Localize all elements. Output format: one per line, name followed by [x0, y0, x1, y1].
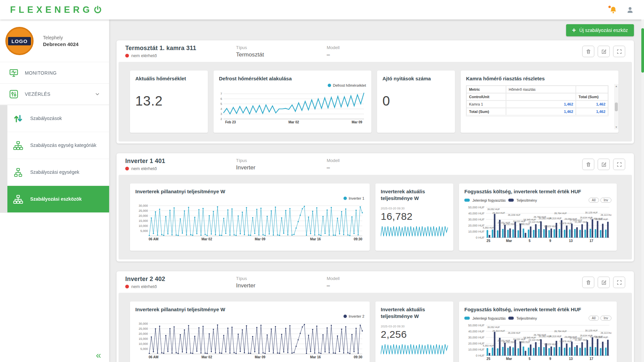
svg-text:09:30: 09:30	[354, 237, 363, 241]
notifications-icon[interactable]	[609, 6, 617, 14]
svg-text:0 HUF: 0 HUF	[476, 354, 485, 357]
door-openings-value: 0	[382, 93, 450, 109]
legend-dot	[343, 197, 347, 200]
svg-text:15,000: 15,000	[139, 219, 148, 223]
sidebar-item-szabalyozasok[interactable]: Szabályozások	[7, 105, 109, 132]
svg-text:3: 3	[221, 112, 222, 116]
edit-button[interactable]	[598, 277, 610, 288]
filter-all-button[interactable]: All	[589, 198, 599, 203]
delete-button[interactable]	[582, 159, 594, 170]
svg-text:06 AM: 06 AM	[149, 355, 158, 359]
sidebar-item-szabalyozas-egyseg-kategoriak[interactable]: Szabályozás egység kategóriák	[7, 132, 109, 159]
scroll-down-icon[interactable]: ▼	[615, 126, 618, 129]
delete-button[interactable]	[582, 277, 594, 288]
current-power-value: 16,782	[381, 211, 448, 222]
sidebar-item-vezerles[interactable]: VEZÉRLÉS	[0, 83, 109, 105]
table-cell[interactable]: 1,462	[576, 108, 608, 115]
svg-text:25: 25	[487, 357, 491, 361]
panel-title: Kamra hőmérő riasztás részletes	[466, 75, 613, 82]
trash-icon	[586, 162, 591, 167]
pencil-icon	[601, 280, 607, 285]
model-caption: Modell	[327, 158, 417, 163]
svg-text:30,000: 30,000	[139, 322, 148, 325]
panel-title: Inverterek pillanatnyi teljesítménye W	[135, 188, 364, 195]
svg-text:13: 13	[569, 357, 573, 361]
panel-door-openings: Ajtó nyitások száma 0	[377, 71, 455, 133]
sidebar-item-szabalyozasi-egysegek[interactable]: Szabályozási egységek	[7, 159, 109, 186]
power-icon	[93, 5, 102, 14]
trash-icon	[586, 49, 591, 54]
model-caption: Modell	[327, 276, 417, 281]
model-value: –	[327, 51, 417, 58]
status-text: nem elérhető	[131, 166, 157, 171]
panel-title: Inverterek pillanatnyi teljesítménye W	[135, 306, 364, 313]
filter-inv-button[interactable]: Inv	[600, 198, 611, 203]
sidebar-collapse-button[interactable]: «	[96, 351, 101, 360]
svg-text:26,228 HUF: 26,228 HUF	[508, 214, 520, 216]
device-title: Inverter 1 401	[125, 158, 236, 165]
edit-button[interactable]	[598, 46, 610, 57]
sidebar-item-szabalyozasi-eszkozok[interactable]: Szabályozási eszközök	[7, 186, 109, 213]
delete-button[interactable]	[582, 46, 594, 57]
site-logo-text: LOGO	[8, 37, 31, 45]
add-device-label: Új szabályozási eszköz	[579, 28, 628, 33]
svg-text:7,886 HUF: 7,886 HUF	[519, 223, 530, 225]
card-body: Inverterek pillanatnyi teljesítménye W I…	[119, 175, 632, 259]
table-cell: Hőmérő riasztás	[506, 86, 576, 93]
table-cell[interactable]: 1,462	[506, 100, 576, 108]
svg-text:Mar: Mar	[506, 357, 512, 361]
legend-dot	[328, 84, 331, 87]
svg-text:7: 7	[221, 92, 222, 95]
sidebar-item-label: Szabályozási egységek	[30, 169, 79, 175]
svg-text:Mar 02: Mar 02	[201, 237, 212, 241]
svg-text:4: 4	[221, 107, 222, 111]
panel-inverter-power-chart: Inverterek pillanatnyi teljesítménye W I…	[130, 184, 370, 251]
site-name: Debrecen 4024	[43, 41, 79, 47]
brand-logo[interactable]: FLEXENERG	[10, 5, 102, 15]
svg-text:17: 17	[590, 239, 594, 243]
site-label: Telephely	[43, 35, 79, 40]
expand-button[interactable]	[613, 277, 625, 288]
sitemap-icon	[13, 194, 24, 205]
edit-button[interactable]	[598, 159, 610, 170]
panel-title: Fogyasztás költség, inverterek termelt é…	[464, 306, 611, 313]
scroll-thumb[interactable]	[615, 103, 618, 111]
svg-text:29,314 HUF: 29,314 HUF	[492, 330, 505, 332]
device-title: Inverter 2 402	[125, 276, 236, 283]
user-icon[interactable]	[626, 6, 634, 14]
expand-button[interactable]	[613, 46, 625, 57]
svg-text:26,113 HUF: 26,113 HUF	[601, 214, 611, 216]
legend-swatch	[508, 199, 514, 202]
table-cell[interactable]: 1,462	[576, 100, 608, 108]
site-header: LOGO Telephely Debrecen 4024	[0, 19, 109, 62]
panel-current-power: Inverterek aktuális teljesítménye W 2025…	[375, 184, 453, 251]
svg-text:25,000: 25,000	[139, 327, 148, 330]
scrollbar-thumb[interactable]	[641, 28, 644, 73]
table-scrollbar[interactable]: ▲ ▼	[614, 84, 618, 129]
panel-consumption-cost: Fogyasztás költség, inverterek termelt é…	[459, 184, 617, 251]
svg-text:2: 2	[221, 117, 222, 121]
timestamp: 2025-03-20 09:30	[381, 325, 448, 328]
svg-text:30,125 HUF: 30,125 HUF	[585, 329, 598, 332]
svg-text:15,152 HUF: 15,152 HUF	[503, 341, 515, 343]
scrollbar[interactable]	[641, 19, 644, 362]
brand-text: FLEXENERG	[10, 5, 93, 15]
table-cell[interactable]: 1,462	[506, 108, 576, 115]
sidebar-item-monitoring[interactable]: MONITORING	[0, 62, 109, 83]
svg-text:15,023 HUF: 15,023 HUF	[544, 343, 557, 346]
svg-text:40,000 HUF: 40,000 HUF	[468, 330, 485, 333]
card-header: Inverter 2 402 nem elérhető Típus Invert…	[117, 271, 634, 293]
expand-button[interactable]	[613, 159, 625, 170]
scroll-up-icon[interactable]: ▲	[615, 85, 618, 88]
card-body: Aktuális hőmérséklet 13.2 Defrost hőmérs…	[119, 62, 632, 142]
add-device-button[interactable]: + Új szabályozási eszköz	[566, 24, 634, 36]
sidebar-item-label: MONITORING	[25, 70, 57, 76]
svg-text:20,000 HUF: 20,000 HUF	[468, 224, 485, 227]
type-caption: Típus	[236, 158, 327, 163]
vezerles-submenu: Szabályozások Szabályozás egység kategór…	[0, 105, 109, 213]
svg-text:22,110 HUF: 22,110 HUF	[528, 339, 541, 341]
card-body: Inverterek pillanatnyi teljesítménye W I…	[119, 293, 632, 362]
filter-inv-button[interactable]: Inv	[600, 316, 611, 321]
type-caption: Típus	[236, 276, 327, 281]
filter-all-button[interactable]: All	[589, 316, 599, 321]
